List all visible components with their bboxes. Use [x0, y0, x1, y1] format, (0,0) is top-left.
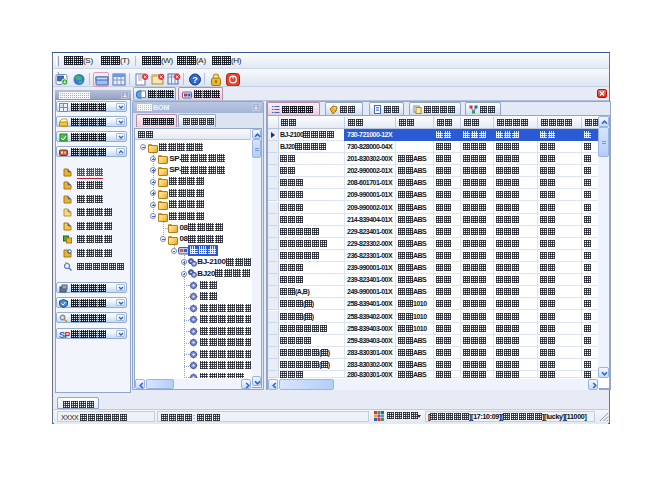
svg-text:P: P: [65, 330, 71, 339]
svg-text:?: ?: [192, 75, 198, 85]
